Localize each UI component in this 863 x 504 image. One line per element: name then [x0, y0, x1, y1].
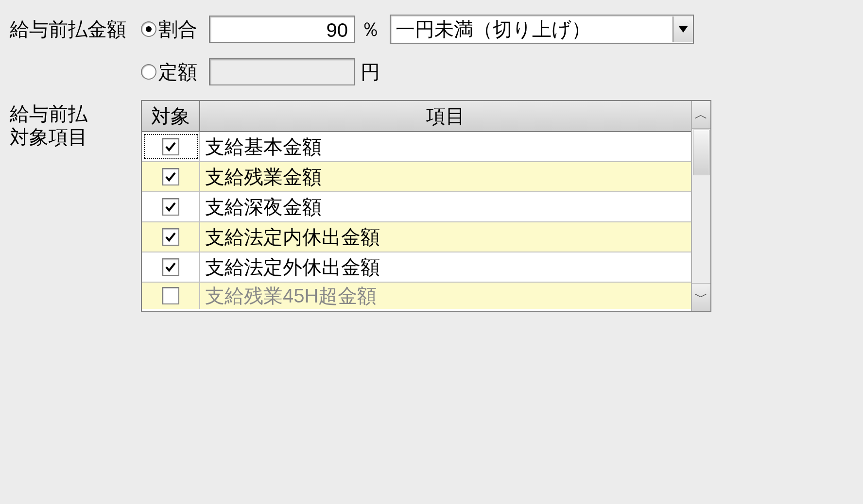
row-item-label: 支給法定外休出金額: [200, 252, 691, 282]
checkbox[interactable]: [162, 287, 179, 304]
chevron-down-icon: [678, 26, 688, 33]
vertical-scrollbar[interactable]: ︿ ﹀: [691, 101, 710, 311]
row-checkbox-cell[interactable]: [142, 132, 200, 161]
row-checkbox-cell[interactable]: [142, 222, 200, 252]
checkbox[interactable]: [162, 138, 179, 155]
row-checkbox-cell[interactable]: [142, 192, 200, 221]
checkbox[interactable]: [162, 228, 179, 246]
rounding-dropdown-text: 一円未満（切り上げ）: [396, 16, 673, 43]
table-side-label: 給与前払 対象項目: [10, 100, 141, 149]
fixed-input[interactable]: [209, 58, 355, 85]
table-row: 支給法定内休出金額: [142, 222, 691, 252]
checkbox[interactable]: [162, 198, 179, 216]
radio-fixed-label: 定額: [158, 59, 197, 85]
checkbox[interactable]: [162, 168, 179, 185]
row-item-label: 支給深夜金額: [200, 192, 691, 221]
table-section: 給与前払 対象項目 対象 項目 支給基本金額: [10, 100, 853, 312]
percent-input[interactable]: 90: [209, 16, 355, 43]
row-item-label: 支給法定内休出金額: [200, 222, 691, 252]
row-item-label: 支給基本金額: [200, 132, 691, 161]
grid-body: 支給基本金額 支給残業金額: [142, 132, 691, 311]
fixed-unit: 円: [361, 59, 380, 85]
percent-unit: ％: [361, 16, 380, 43]
radio-percent[interactable]: [141, 21, 156, 37]
rounding-dropdown[interactable]: 一円未満（切り上げ）: [390, 15, 694, 44]
table-row: 支給法定外休出金額: [142, 252, 691, 283]
radio-fixed[interactable]: [141, 64, 156, 80]
scroll-up-button[interactable]: ︿: [692, 101, 710, 129]
table-row: 支給残業金額: [142, 162, 691, 192]
grid-header: 対象 項目: [142, 101, 691, 132]
grid: 対象 項目 支給基本金額: [141, 100, 711, 312]
row-item-label: 支給残業45H超金額: [200, 283, 691, 309]
scroll-thumb[interactable]: [693, 130, 709, 175]
main-label: 給与前払金額: [10, 16, 141, 43]
table-row: 支給残業45H超金額: [142, 283, 691, 309]
check-icon: [165, 141, 176, 152]
table-side-label-line2: 対象項目: [10, 125, 141, 149]
header-item[interactable]: 項目: [200, 101, 691, 131]
header-target[interactable]: 対象: [142, 101, 200, 131]
row-checkbox-cell[interactable]: [142, 252, 200, 282]
table-row: 支給深夜金額: [142, 192, 691, 222]
table-row: 支給基本金額: [142, 132, 691, 162]
radio-percent-label: 割合: [158, 16, 197, 43]
dropdown-button[interactable]: [673, 17, 693, 42]
table-side-label-line1: 給与前払: [10, 102, 141, 125]
scroll-down-button[interactable]: ﹀: [692, 283, 710, 311]
check-icon: [165, 261, 176, 273]
svg-marker-0: [678, 26, 688, 33]
row-fixed: 定額 円: [10, 58, 853, 85]
check-icon: [165, 171, 176, 183]
checkbox[interactable]: [162, 258, 179, 276]
radio-dot-icon: [146, 26, 152, 32]
row-percent: 給与前払金額 割合 90 ％ 一円未満（切り上げ）: [10, 15, 853, 44]
check-icon: [165, 231, 176, 243]
row-item-label: 支給残業金額: [200, 162, 691, 191]
check-icon: [165, 201, 176, 213]
scroll-track[interactable]: [692, 129, 710, 283]
row-checkbox-cell[interactable]: [142, 283, 200, 309]
row-checkbox-cell[interactable]: [142, 162, 200, 191]
